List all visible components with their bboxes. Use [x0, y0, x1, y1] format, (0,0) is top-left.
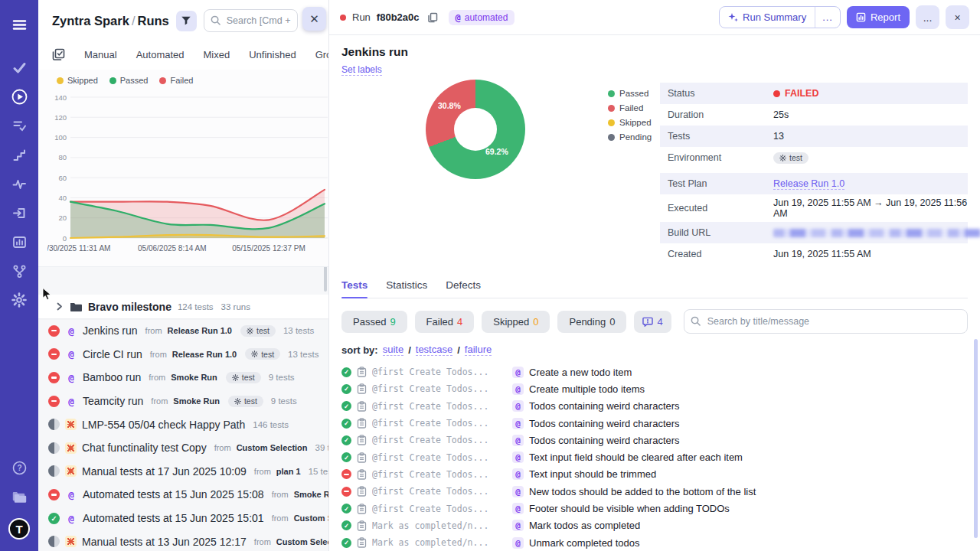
close-panel-button[interactable]: ✕ [302, 7, 326, 31]
test-row[interactable]: Mark as completed/n... @ Mark todos as c… [341, 517, 968, 534]
left-scrollbar[interactable] [324, 267, 327, 292]
tab-groups[interactable]: Groups [315, 49, 329, 60]
run-name[interactable]: Chat functinality test Copy [82, 442, 207, 454]
run-row[interactable]: Automated tests at 15 Jun 2025 15:01 fro… [38, 507, 328, 530]
run-source[interactable]: Release Run 1.0 [172, 350, 237, 359]
run-name[interactable]: Automated tests at 15 Jun 2025 15:08 [83, 488, 264, 500]
checklist-icon[interactable] [5, 111, 34, 140]
run-name[interactable]: Manual tests at 17 Jun 2025 10:09 [82, 465, 247, 478]
sort-by-failure[interactable]: failure [465, 344, 492, 356]
runs-play-icon[interactable] [5, 82, 34, 111]
filter-button[interactable] [176, 11, 197, 31]
test-title[interactable]: Unmark completed todos [529, 537, 640, 549]
test-title[interactable]: Todos containing weird characters [529, 400, 680, 412]
run-row[interactable]: Bamboo run from Smoke Run test 9 tests [38, 366, 328, 390]
test-row[interactable]: @first Create Todos... @ Create a new to… [341, 364, 968, 380]
sort-by-suite[interactable]: suite [383, 344, 403, 356]
run-row[interactable]: Manual tests at 13 Jun 2025 12:17 from C… [38, 530, 328, 551]
test-suite[interactable]: @first Create Todos... [372, 435, 507, 445]
test-row[interactable]: @first Create Todos... @ New todos shoul… [341, 483, 968, 500]
tests-scrollbar[interactable] [974, 339, 978, 538]
env-badge[interactable]: test [773, 152, 808, 164]
run-source[interactable]: Smoke Run [294, 490, 328, 499]
test-title[interactable]: Create a new todo item [529, 367, 632, 378]
set-labels-link[interactable]: Set labels [341, 64, 382, 76]
test-suite[interactable]: @first Create Todos... [372, 367, 507, 377]
report-button[interactable]: Report [847, 6, 910, 28]
test-suite[interactable]: @first Create Todos... [372, 401, 507, 412]
run-row[interactable]: Manual tests at 17 Jun 2025 10:09 from p… [38, 460, 328, 484]
tests-search-input[interactable] [684, 309, 968, 334]
tab-tests[interactable]: Tests [341, 279, 368, 298]
run-name[interactable]: Circle CI run [83, 348, 142, 360]
test-suite[interactable]: @first Create Todos... [372, 486, 507, 497]
test-suite[interactable]: @first Create Todos... [372, 504, 507, 514]
pulse-icon[interactable] [5, 169, 34, 198]
run-row[interactable]: Automated tests at 15 Jun 2025 15:08 fro… [38, 483, 328, 507]
analytics-icon[interactable] [5, 227, 34, 256]
test-suite[interactable]: @first Create Todos... [372, 383, 507, 394]
test-row[interactable]: @first Create Todos... @ Todos containin… [341, 432, 968, 448]
test-title[interactable]: New todos should be added to the bottom … [529, 486, 756, 497]
test-row[interactable]: @first Create Todos... @ Create multiple… [341, 380, 968, 397]
test-suite[interactable]: @first Create Todos... [372, 452, 507, 463]
chevron-right-icon[interactable] [55, 302, 64, 311]
env-badge[interactable]: test [245, 348, 280, 360]
settings-gear-icon[interactable] [5, 285, 34, 315]
env-badge[interactable]: test [240, 325, 276, 337]
run-row[interactable]: Chat functinality test Copy from Custom … [38, 436, 328, 460]
sort-by-testcase[interactable]: testcase [416, 344, 452, 356]
run-name[interactable]: LMP-554 05/04 check Happy Path [82, 419, 245, 431]
test-title[interactable]: Text input field should be cleared after… [529, 452, 743, 463]
branch-icon[interactable] [5, 256, 34, 285]
test-row[interactable]: @first Create Todos... @ Text input shou… [341, 466, 968, 483]
run-row[interactable]: Circle CI run from Release Run 1.0 test … [38, 343, 328, 367]
run-source[interactable]: Custom Selection [276, 537, 328, 546]
test-title[interactable]: Mark todos as completed [529, 520, 640, 531]
test-title[interactable]: Todos containing weird characters [529, 435, 680, 446]
build-url-redacted[interactable] [773, 229, 980, 237]
test-row[interactable]: @first Create Todos... @ Todos containin… [341, 415, 968, 432]
run-row[interactable]: Jenkins run from Release Run 1.0 test 13… [38, 319, 328, 343]
tab-manual[interactable]: Manual [84, 49, 117, 60]
filter-pill[interactable]: Pending 0 [557, 311, 626, 333]
test-title[interactable]: Text input should be trimmed [529, 468, 656, 480]
test-row[interactable]: Mark as completed/n... @ Unmark complete… [341, 534, 968, 551]
env-badge[interactable]: test [228, 396, 263, 407]
test-row[interactable]: @first Create Todos... @ Todos containin… [341, 398, 968, 415]
help-icon[interactable]: ? [5, 453, 34, 482]
filter-pill[interactable]: Skipped 0 [482, 311, 550, 333]
run-summary-more[interactable]: ... [815, 7, 840, 28]
run-source[interactable]: Smoke Run [173, 396, 220, 406]
filter-pill[interactable]: Passed 9 [341, 311, 407, 333]
tab-defects[interactable]: Defects [446, 279, 481, 298]
run-summary-button[interactable]: Run Summary ... [719, 6, 841, 28]
tab-automated[interactable]: Automated [136, 49, 185, 60]
milestone-name[interactable]: Bravo milestone [88, 301, 172, 313]
projects-folder-icon[interactable] [5, 482, 34, 511]
test-suite[interactable]: @first Create Todos... [372, 469, 507, 480]
select-all-icon[interactable] [52, 48, 65, 61]
filter-pill[interactable]: Failed 4 [415, 311, 475, 333]
copy-icon[interactable] [427, 12, 438, 23]
tab-unfinished[interactable]: Unfinished [249, 49, 296, 60]
run-name[interactable]: Automated tests at 15 Jun 2025 15:01 [83, 512, 264, 524]
run-name[interactable]: Manual tests at 13 Jun 2025 12:17 [82, 536, 247, 548]
run-name[interactable]: Bamboo run [83, 371, 141, 383]
test-suite[interactable]: Mark as completed/n... [372, 537, 507, 548]
run-source[interactable]: Custom Selection [294, 514, 328, 523]
automated-badge[interactable]: @ automated [449, 10, 515, 25]
tab-mixed[interactable]: Mixed [204, 49, 230, 60]
import-icon[interactable] [5, 198, 34, 227]
env-badge[interactable]: test [226, 372, 261, 383]
steps-icon[interactable] [5, 140, 34, 169]
test-suite[interactable]: @first Create Todos... [372, 418, 507, 429]
run-row[interactable]: LMP-554 05/04 check Happy Path 146 tests [38, 412, 328, 436]
run-source[interactable]: Custom Selection [237, 443, 308, 452]
test-row[interactable]: @first Create Todos... @ Text input fiel… [341, 448, 968, 465]
project-name[interactable]: Zyntra Spark [52, 14, 129, 28]
run-source[interactable]: plan 1 [276, 467, 301, 476]
test-title[interactable]: Footer should be visible when adding TOD… [529, 503, 730, 514]
run-name[interactable]: Teamcity run [83, 395, 143, 407]
checkmark-icon[interactable] [5, 53, 34, 82]
